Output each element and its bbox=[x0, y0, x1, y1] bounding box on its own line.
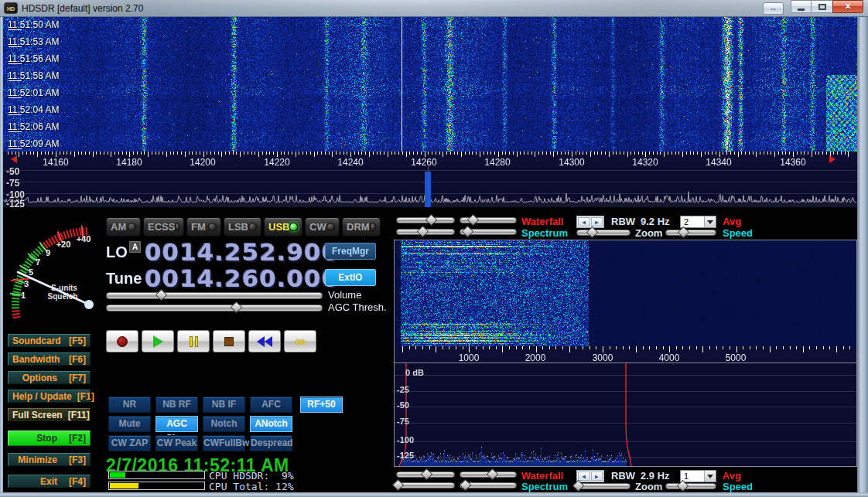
play-icon bbox=[153, 335, 163, 348]
minimize-app-button[interactable]: Minimize[F3] bbox=[8, 453, 91, 466]
spin-left-icon[interactable]: ◂ bbox=[578, 217, 590, 226]
audio-db-label: 0 dB bbox=[405, 368, 424, 377]
anotch-button[interactable]: ANotch bbox=[250, 416, 292, 432]
cw-fullbw-button[interactable]: CWFullBw bbox=[203, 435, 245, 451]
soundcard-button[interactable]: Soundcard[F5] bbox=[8, 334, 91, 347]
slider-thumb[interactable] bbox=[417, 226, 429, 238]
rf-waterfall-label: Waterfall bbox=[521, 470, 563, 482]
minimize-icon bbox=[798, 9, 805, 11]
help-update-button[interactable]: Help / Update[F1] bbox=[8, 390, 91, 403]
mode-fm-button[interactable]: FM bbox=[186, 217, 221, 237]
scale-scroll-right-icon[interactable] bbox=[829, 155, 836, 163]
mute-button[interactable]: Mute bbox=[108, 416, 151, 432]
slider-thumb[interactable] bbox=[392, 479, 405, 492]
maximize-button[interactable] bbox=[812, 0, 832, 13]
cpu-total-fill bbox=[110, 483, 138, 488]
volume-slider[interactable] bbox=[106, 292, 323, 299]
minimize-button[interactable] bbox=[791, 0, 812, 13]
af-spectrum-max-slider[interactable] bbox=[460, 229, 517, 235]
rf-gain-button[interactable]: RF+50 bbox=[300, 397, 343, 413]
play-button[interactable] bbox=[142, 330, 174, 352]
slider-thumb[interactable] bbox=[421, 468, 433, 481]
freqmgr-button[interactable]: FreqMgr bbox=[325, 243, 376, 260]
options-button[interactable]: Options[F7] bbox=[8, 371, 91, 384]
rf-avg-select[interactable]: 1 bbox=[680, 470, 716, 482]
titlebar[interactable]: HD HDSDR [default] version 2.70 ⇔ ✕ bbox=[0, 0, 868, 17]
chevron-down-icon[interactable] bbox=[704, 471, 716, 482]
mode-usb-button[interactable]: USB bbox=[264, 217, 302, 237]
stop-playback-button[interactable] bbox=[213, 330, 245, 352]
agc-slider-thumb[interactable] bbox=[231, 301, 243, 314]
mode-ecss-button[interactable]: ECSS bbox=[143, 217, 184, 237]
lo-a-toggle[interactable]: A bbox=[129, 241, 141, 253]
rf-spectrum-max-slider[interactable] bbox=[460, 482, 517, 488]
chevron-down-icon[interactable] bbox=[704, 216, 716, 227]
nr-button[interactable]: NR bbox=[108, 397, 151, 413]
mode-am-button[interactable]: AM bbox=[106, 217, 141, 237]
audio-frequency-scale[interactable]: 1000 2000 3000 4000 5000 bbox=[394, 346, 857, 363]
rf-waterfall-brightness-slider[interactable] bbox=[396, 471, 455, 478]
rf-waterfall-contrast-slider[interactable] bbox=[460, 471, 517, 478]
pause-button[interactable] bbox=[177, 330, 210, 352]
slider-thumb[interactable] bbox=[586, 226, 599, 239]
mode-drm-button[interactable]: DRM bbox=[342, 217, 381, 237]
slider-thumb[interactable] bbox=[425, 214, 438, 226]
stop-button[interactable]: Stop[F2] bbox=[8, 431, 91, 446]
loop-button[interactable]: ∞ bbox=[284, 330, 316, 352]
button-label: Exit bbox=[12, 476, 57, 487]
rf-zoom-label: Zoom bbox=[635, 481, 662, 492]
slider-thumb[interactable] bbox=[487, 468, 499, 481]
close-button[interactable]: ✕ bbox=[832, 0, 863, 13]
agc-threshold-slider[interactable] bbox=[106, 305, 323, 311]
af-spectrum-min-slider[interactable] bbox=[396, 229, 455, 235]
main-waterfall-canvas[interactable] bbox=[3, 17, 857, 151]
extio-button[interactable]: ExtIO bbox=[325, 269, 376, 286]
lo-frequency-display[interactable]: 0014.252.900 bbox=[145, 238, 339, 266]
tune-frequency-display[interactable]: 0014.260.000 bbox=[145, 264, 339, 292]
record-button[interactable] bbox=[106, 330, 138, 352]
notch-button[interactable]: Notch bbox=[203, 416, 245, 432]
smeter-caption: Squelch bbox=[48, 292, 78, 301]
fullscreen-button[interactable]: Full Screen[F11] bbox=[8, 408, 91, 421]
nb-rf-button[interactable]: NB RF bbox=[155, 397, 198, 413]
rf-zoom-slider[interactable] bbox=[576, 483, 630, 489]
mode-cw-button[interactable]: CW bbox=[305, 217, 340, 237]
mode-lsb-button[interactable]: LSB bbox=[224, 217, 261, 237]
rf-spectrum-min-slider[interactable] bbox=[396, 482, 455, 488]
button-label: Bandwidth bbox=[12, 354, 60, 365]
af-speed-slider[interactable] bbox=[665, 230, 716, 236]
scale-scroll-left-icon[interactable] bbox=[11, 155, 17, 163]
rf-speed-slider[interactable] bbox=[665, 483, 716, 489]
rewind-button[interactable] bbox=[248, 330, 281, 352]
af-avg-select[interactable]: 2 bbox=[680, 216, 716, 228]
cw-peak-button[interactable]: CW Peak bbox=[155, 435, 198, 451]
cw-zap-button[interactable]: CW ZAP bbox=[108, 435, 151, 451]
nb-if-button[interactable]: NB IF bbox=[203, 397, 245, 413]
af-zoom-slider[interactable] bbox=[576, 230, 630, 236]
slider-thumb[interactable] bbox=[461, 226, 473, 238]
slider-thumb[interactable] bbox=[678, 226, 690, 239]
audio-db-label: -50 bbox=[397, 400, 409, 410]
audio-spectrum[interactable]: 0 dB -25 -50 -75 -100 -125 bbox=[394, 363, 857, 467]
despread-button[interactable]: Despread bbox=[250, 435, 292, 451]
rf-spectrum[interactable]: -50 -75 -100 -125 bbox=[3, 166, 857, 207]
spin-right-icon[interactable]: ▸ bbox=[591, 471, 603, 481]
rf-frequency-scale[interactable]: 14160 14180 14200 14220 14240 14260 1428… bbox=[3, 151, 857, 166]
spin-left-icon[interactable]: ◂ bbox=[578, 471, 590, 481]
agc-slow-button[interactable]: AGC Slow bbox=[155, 416, 198, 432]
afc-button[interactable]: AFC bbox=[250, 397, 292, 413]
af-waterfall-contrast-slider[interactable] bbox=[460, 217, 517, 223]
af-waterfall-brightness-slider[interactable] bbox=[396, 217, 455, 223]
button-label: Options bbox=[12, 373, 57, 383]
exit-button[interactable]: Exit[F4] bbox=[8, 475, 91, 488]
smeter-label: +40 bbox=[77, 234, 91, 243]
slider-thumb[interactable] bbox=[467, 214, 480, 226]
slider-thumb[interactable] bbox=[460, 479, 472, 492]
window-frame-right bbox=[857, 17, 868, 497]
bandwidth-button[interactable]: Bandwidth[F6] bbox=[8, 352, 91, 366]
swap-window-button[interactable]: ⇔ bbox=[763, 2, 784, 15]
spin-right-icon[interactable]: ▸ bbox=[591, 217, 603, 226]
audio-tick-label: 2000 bbox=[525, 352, 546, 363]
mode-label: LSB bbox=[228, 221, 248, 233]
audio-waterfall[interactable] bbox=[394, 240, 857, 347]
